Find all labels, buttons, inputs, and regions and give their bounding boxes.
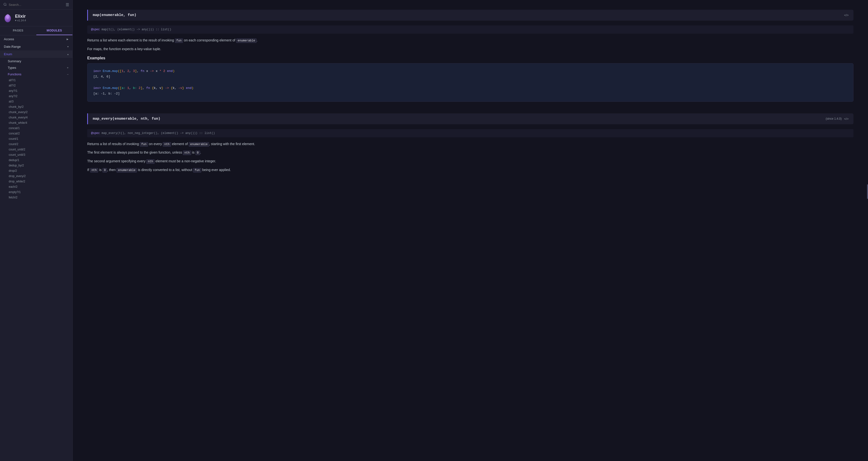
spec-map: @spec map(t(), (element() -> any())) :: … [87, 25, 854, 34]
fn-item-concat1[interactable]: concat/1 [0, 125, 72, 131]
source-link-map-every[interactable]: </> [844, 117, 848, 121]
since-label-map-every: (since 1.4.0) [826, 117, 842, 120]
chevron-right-icon: ▶ [67, 38, 68, 40]
fn-item-chunk-every4[interactable]: chunk_every/4 [0, 115, 72, 120]
code-result-1: [2, 4, 6] [93, 74, 847, 80]
fn-item-count-until3[interactable]: count_until/3 [0, 152, 72, 157]
search-bar: ☰ [0, 0, 72, 10]
fn-item-dedup-by2[interactable]: dedup_by/2 [0, 163, 72, 168]
svg-point-0 [4, 3, 6, 5]
scrollbar-thumb[interactable] [867, 184, 868, 199]
sub-nav-functions[interactable]: Functions − [2, 71, 72, 78]
sidebar: ☰ Elixir ▾ v1.14.4 PAGES MODULES Access … [0, 0, 73, 461]
sidebar-item-enum[interactable]: Enum ▴ [0, 51, 72, 58]
main-content: map(enumerable, fun) </> @spec map(t(), … [73, 0, 868, 461]
search-icon [3, 3, 7, 7]
enum-sub-items: Summary Types + Functions − [0, 58, 72, 78]
spec-map-every: @spec map_every(t(), non_neg_integer(), … [87, 129, 854, 137]
chevron-down-icon: ▾ [67, 45, 68, 48]
code-line-2: iex> Enum.map([a: 1, b: 2], fn {k, v} ->… [93, 85, 847, 91]
fn-item-chunk-by2[interactable]: chunk_by/2 [0, 104, 72, 110]
fn-item-chunk-every2[interactable]: chunk_every/2 [0, 110, 72, 115]
fn-item-at3[interactable]: at/3 [0, 99, 72, 104]
fn-item-all2[interactable]: all?/2 [0, 83, 72, 88]
fn-item-concat2[interactable]: concat/2 [0, 131, 72, 136]
map-description: Returns a list where each element is the… [87, 37, 854, 43]
code-line-1: iex> Enum.map([1, 2, 3], fn x -> x * 2 e… [93, 68, 847, 74]
map-every-desc3: The second argument specifying every nth… [87, 158, 854, 164]
fn-item-drop2[interactable]: drop/2 [0, 168, 72, 174]
sub-nav-summary[interactable]: Summary [2, 58, 72, 64]
code-block-map-examples: iex> Enum.map([1, 2, 3], fn x -> x * 2 e… [87, 63, 854, 102]
fn-item-chunk-while4[interactable]: chunk_while/4 [0, 120, 72, 125]
svg-line-1 [6, 5, 6, 6]
nav-tabs: PAGES MODULES [0, 26, 72, 35]
fn-item-drop-while2[interactable]: drop_while/2 [0, 179, 72, 184]
plus-icon: + [67, 66, 68, 69]
brand-section: Elixir ▾ v1.14.4 [0, 10, 72, 26]
brand-version: ▾ v1.14.4 [15, 19, 26, 22]
chevron-up-icon: ▴ [67, 53, 68, 56]
function-block-map: map(enumerable, fun) </> @spec map(t(), … [87, 10, 854, 102]
fn-item-drop-every2[interactable]: drop_every/2 [0, 174, 72, 179]
fn-item-count2[interactable]: count/2 [0, 142, 72, 147]
sub-nav-types[interactable]: Types + [2, 64, 72, 71]
elixir-logo [3, 13, 12, 22]
sidebar-nav: Access ▶ Date.Range ▾ Enum ▴ Summary Typ… [0, 35, 72, 461]
fn-item-count1[interactable]: count/1 [0, 136, 72, 142]
fn-item-empty1[interactable]: empty?/1 [0, 189, 72, 195]
fn-item-all1[interactable]: all?/1 [0, 78, 72, 83]
minus-icon: − [67, 73, 68, 76]
code-result-2: [a: -1, b: -2] [93, 91, 847, 96]
tab-modules[interactable]: MODULES [36, 26, 73, 35]
function-meta-map-every: (since 1.4.0) </> [826, 117, 848, 121]
fn-item-each2[interactable]: each/2 [0, 184, 72, 189]
search-input[interactable] [9, 3, 64, 6]
sidebar-item-daterange[interactable]: Date.Range ▾ [0, 43, 72, 51]
svg-point-3 [6, 14, 9, 19]
function-signature-map: map(enumerable, fun) [93, 13, 136, 17]
function-signature-map-every: map_every(enumerable, nth, fun) [93, 117, 160, 121]
function-meta-map: </> [844, 13, 848, 17]
sidebar-item-access[interactable]: Access ▶ [0, 35, 72, 43]
fn-item-count-until2[interactable]: count_until/2 [0, 147, 72, 152]
function-header-map-every: map_every(enumerable, nth, fun) (since 1… [87, 113, 854, 124]
examples-title-map: Examples [87, 56, 854, 60]
fn-item-any1[interactable]: any?/1 [0, 88, 72, 93]
brand-name: Elixir [15, 14, 26, 19]
map-maps-note: For maps, the function expects a key-val… [87, 46, 854, 52]
function-list: all?/1 all?/2 any?/1 any?/2 at/3 chunk_b… [0, 78, 72, 200]
fn-item-dedup1[interactable]: dedup/1 [0, 157, 72, 163]
map-every-desc1: Returns a list of results of invoking fu… [87, 141, 854, 147]
function-header-map: map(enumerable, fun) </> [87, 10, 854, 21]
fn-item-fetch2[interactable]: fetch/2 [0, 195, 72, 200]
map-every-desc2: The first element is always passed to th… [87, 150, 854, 156]
tab-pages[interactable]: PAGES [0, 26, 36, 35]
map-every-desc4: If nth is 0, then enumerable is directly… [87, 167, 854, 173]
function-block-map-every: map_every(enumerable, nth, fun) (since 1… [87, 113, 854, 173]
fn-item-any2[interactable]: any?/2 [0, 93, 72, 99]
hamburger-icon[interactable]: ☰ [66, 2, 69, 7]
source-link-map[interactable]: </> [844, 13, 848, 17]
